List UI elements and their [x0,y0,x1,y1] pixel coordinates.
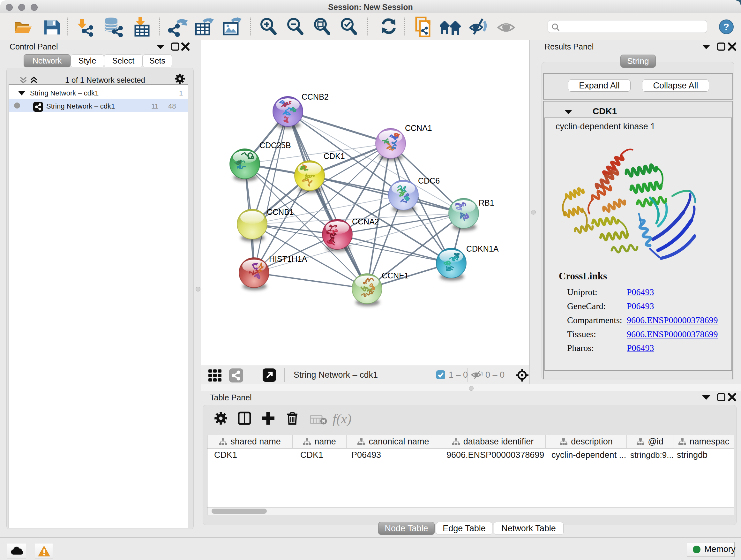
svg-text:CCNA2: CCNA2 [352,217,379,226]
svg-text:?: ? [724,21,729,32]
svg-text:HIST1H1A: HIST1H1A [269,254,307,263]
svg-text:CCNB1: CCNB1 [267,207,294,216]
svg-text:CCNA1: CCNA1 [405,124,432,132]
svg-text:CCNE1: CCNE1 [382,271,409,280]
svg-text:CDC6: CDC6 [418,176,440,185]
svg-text:CDK1: CDK1 [324,152,345,161]
svg-text:CDKN1A: CDKN1A [466,244,499,253]
svg-text:CDC25B: CDC25B [259,141,291,150]
svg-text:RB1: RB1 [479,198,494,207]
svg-text:CCNB2: CCNB2 [301,92,329,101]
